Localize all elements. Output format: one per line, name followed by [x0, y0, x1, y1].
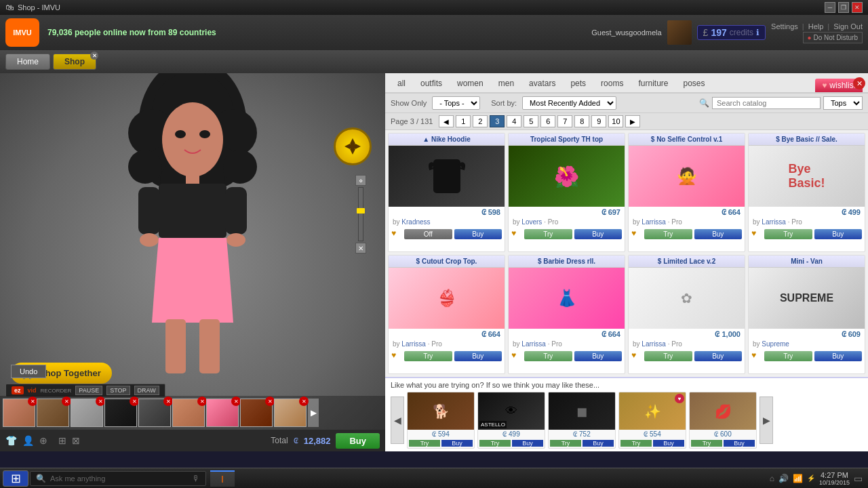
remove-outfit-3[interactable]: ✕: [96, 396, 105, 406]
try-btn-3[interactable]: Try: [644, 229, 692, 239]
wishlist-6[interactable]: ♥: [511, 350, 522, 361]
sort-select[interactable]: Most Recently Added: [522, 96, 616, 110]
avatar-control-widget[interactable]: [334, 127, 372, 165]
buy-btn-2[interactable]: Buy: [574, 229, 623, 239]
remove-outfit-7[interactable]: ✕: [231, 396, 241, 406]
zoom-expand[interactable]: ✕: [355, 243, 366, 253]
wishlist-2[interactable]: ♥: [511, 228, 522, 239]
rec-try-3[interactable]: Try: [550, 440, 581, 447]
try-btn-5[interactable]: Try: [404, 351, 452, 361]
rec-prev[interactable]: ◀: [391, 396, 404, 444]
outfit-thumb-8[interactable]: ✕: [240, 399, 273, 427]
tab-furniture[interactable]: furniture: [631, 76, 675, 92]
buy-btn-6[interactable]: Buy: [574, 351, 623, 361]
outfit-thumb-9[interactable]: ✕: [274, 399, 307, 427]
rec-buy-4[interactable]: Buy: [653, 440, 684, 447]
rec-img-3[interactable]: ◼: [549, 392, 615, 430]
page-10[interactable]: 10: [608, 115, 623, 127]
product-img-3[interactable]: 🙅: [629, 146, 745, 207]
page-4[interactable]: 4: [507, 115, 521, 127]
page-8[interactable]: 8: [574, 115, 589, 127]
page-5[interactable]: 5: [524, 115, 538, 127]
tab-outfits[interactable]: outfits: [414, 76, 449, 92]
rec-buy-1[interactable]: Buy: [441, 440, 473, 447]
outfit-thumb-4[interactable]: ✕: [104, 399, 137, 427]
remove-outfit-5[interactable]: ✕: [163, 396, 173, 406]
outfit-thumb-6[interactable]: ✕: [172, 399, 205, 427]
rec-try-4[interactable]: Try: [620, 440, 652, 447]
shop-button[interactable]: Shop ✕: [53, 54, 96, 70]
rec-buy-2[interactable]: Buy: [512, 440, 543, 447]
show-desktop-icon[interactable]: ▭: [854, 473, 863, 484]
wishlist-5[interactable]: ♥: [391, 350, 402, 361]
rec-img-4[interactable]: ✨ ♥: [619, 392, 686, 430]
page-3[interactable]: 3: [490, 115, 505, 127]
product-img-5[interactable]: 👙: [389, 268, 505, 329]
page-9[interactable]: 9: [591, 115, 606, 127]
wishlist-7[interactable]: ♥: [631, 350, 642, 361]
try-btn-2[interactable]: Try: [524, 229, 572, 239]
buy-btn-3[interactable]: Buy: [694, 229, 743, 239]
remove-outfit-1[interactable]: ✕: [28, 396, 37, 406]
buy-btn-8[interactable]: Buy: [814, 351, 863, 361]
start-button[interactable]: ⊞: [3, 470, 28, 487]
close-shop-x[interactable]: ✕: [853, 77, 865, 89]
wishlist-3[interactable]: ♥: [631, 228, 642, 239]
product-img-2[interactable]: 🌺: [509, 146, 625, 207]
product-img-1[interactable]: [389, 146, 505, 207]
rec-img-5[interactable]: 💋: [690, 392, 756, 430]
wishlist-8[interactable]: ♥: [751, 350, 762, 361]
minimize-button[interactable]: ─: [825, 2, 835, 13]
remove-outfit-9[interactable]: ✕: [299, 396, 309, 406]
page-2[interactable]: 2: [473, 115, 488, 127]
close-window-button[interactable]: ✕: [852, 2, 863, 13]
try-btn-8[interactable]: Try: [764, 351, 812, 361]
restore-button[interactable]: ❐: [838, 2, 849, 13]
show-only-select[interactable]: - Tops -: [432, 96, 480, 110]
remove-outfit-2[interactable]: ✕: [62, 396, 71, 406]
tab-women[interactable]: women: [450, 76, 490, 92]
undo-button[interactable]: Undo: [11, 365, 46, 378]
buy-btn-4[interactable]: Buy: [814, 229, 863, 239]
buy-btn-7[interactable]: Buy: [694, 351, 743, 361]
buy-btn-1[interactable]: Buy: [454, 229, 502, 239]
settings-link[interactable]: Settings: [771, 22, 798, 30]
wishlist-4[interactable]: ♥: [751, 228, 762, 239]
tab-rooms[interactable]: rooms: [594, 76, 630, 92]
rec-try-1[interactable]: Try: [409, 440, 440, 447]
rec-buy-3[interactable]: Buy: [583, 440, 614, 447]
outfit-thumb-7[interactable]: ✕: [206, 399, 239, 427]
rec-img-1[interactable]: 🐕: [408, 392, 474, 430]
taskbar-search-bar[interactable]: 🔍 Ask me anything 🎙: [30, 471, 206, 486]
page-1[interactable]: 1: [456, 115, 471, 127]
tab-all[interactable]: all: [391, 76, 412, 92]
tab-pets[interactable]: pets: [564, 76, 593, 92]
ezvid-pause[interactable]: PAUSE: [75, 386, 102, 395]
rec-try-5[interactable]: Try: [691, 440, 722, 447]
main-buy-button[interactable]: Buy: [336, 433, 380, 449]
try-btn-4[interactable]: Try: [764, 229, 812, 239]
page-7[interactable]: 7: [557, 115, 572, 127]
home-button[interactable]: Home: [5, 54, 50, 70]
zoom-handle[interactable]: ⋄: [355, 175, 366, 186]
off-btn-1[interactable]: Off: [404, 229, 452, 239]
page-next[interactable]: ▶: [625, 115, 640, 127]
tab-avatars[interactable]: avatars: [522, 76, 562, 92]
outfit-thumb-2[interactable]: ✕: [37, 399, 69, 427]
search-type-select[interactable]: Tops: [823, 96, 863, 110]
rec-img-2[interactable]: 👁 ASTELLO: [478, 392, 545, 430]
page-prev[interactable]: ◀: [439, 115, 454, 127]
outfit-thumb-5[interactable]: ✕: [138, 399, 171, 427]
rec-buy-5[interactable]: Buy: [724, 440, 755, 447]
zoom-track[interactable]: [358, 187, 363, 241]
product-img-8[interactable]: SUPREME: [749, 268, 865, 329]
remove-outfit-6[interactable]: ✕: [197, 396, 207, 406]
try-btn-6[interactable]: Try: [524, 351, 572, 361]
outfit-strip-next[interactable]: ▶: [308, 399, 319, 427]
product-img-6[interactable]: 👗: [509, 268, 625, 329]
help-link[interactable]: Help: [808, 22, 824, 30]
rec-try-2[interactable]: Try: [479, 440, 511, 447]
signout-link[interactable]: Sign Out: [833, 22, 863, 30]
try-btn-7[interactable]: Try: [644, 351, 692, 361]
dnd-toggle[interactable]: ● Do Not Disturb: [803, 32, 863, 43]
